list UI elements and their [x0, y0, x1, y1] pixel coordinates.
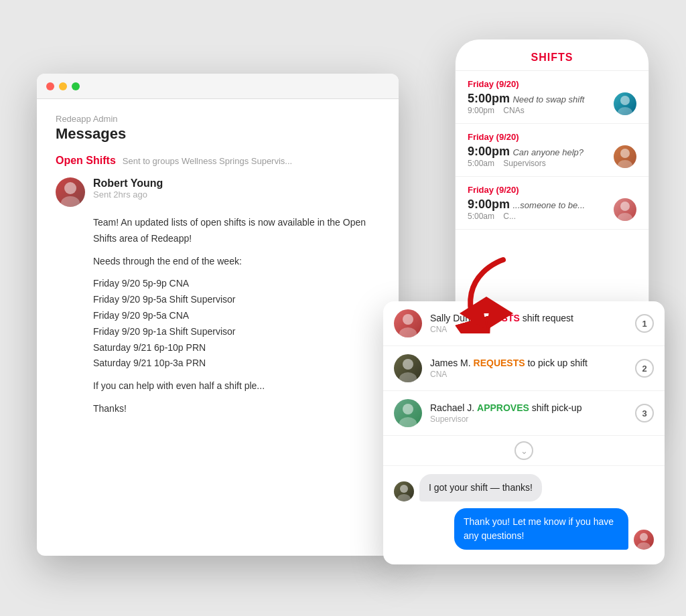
- chevron-divider: ⌄: [383, 436, 665, 466]
- step-1-action: POSTS: [488, 313, 519, 323]
- avatar-image: [394, 399, 422, 427]
- open-shifts-label[interactable]: Open Shifts: [56, 155, 116, 167]
- messages-title: Messages: [56, 125, 380, 143]
- shift-sub: 9:00pm CNAs: [468, 106, 584, 115]
- svg-point-2: [620, 96, 630, 105]
- avatar-image: [394, 354, 422, 382]
- step-2-role: CNA: [430, 370, 627, 379]
- minimize-button[interactable]: [59, 82, 67, 90]
- avatar-james: [394, 354, 422, 382]
- chat-step-list: Sally Duncan POSTS shift request CNA 1 J…: [383, 301, 665, 436]
- shift-avatar: [614, 145, 636, 168]
- shift-avatar: [614, 92, 636, 115]
- shift-note: ...someone to be...: [512, 200, 585, 210]
- avatar-sender: [394, 481, 414, 502]
- shift-item[interactable]: Friday (9/20) 5:00pm Need to swap shift …: [456, 71, 648, 124]
- sender-time: Sent 2hrs ago: [93, 189, 163, 200]
- message-line2: Needs through the end of the week:: [93, 254, 380, 270]
- avatar-image: [634, 530, 654, 550]
- chat-message-sent: Thank you! Let me know if you have any q…: [394, 508, 654, 550]
- svg-point-6: [620, 202, 630, 211]
- open-shifts-header: Open Shifts Sent to groups Wellness Spri…: [56, 155, 380, 167]
- shift-item[interactable]: Friday (9/20) 9:00pm Can anyone help? 5:…: [456, 124, 648, 177]
- chat-messages: I got your shift — thanks! Thank you! Le…: [383, 466, 665, 564]
- svg-point-13: [399, 327, 417, 337]
- svg-point-16: [403, 404, 413, 414]
- avatar-sally: [394, 309, 422, 337]
- shift-sub: 5:00am Supervisors: [468, 159, 584, 168]
- avatar-image: [394, 481, 414, 502]
- shift-note: Need to swap shift: [512, 94, 584, 104]
- phone-header: SHIFTS: [456, 40, 648, 71]
- sent-to-label: Sent to groups Wellness Springs Supervis…: [123, 156, 292, 166]
- svg-point-7: [618, 213, 632, 221]
- svg-point-20: [640, 533, 648, 541]
- step-3-text: Rachael J. APPROVES shift pick-up Superv…: [430, 402, 627, 424]
- chat-step-2[interactable]: James M. REQUESTS to pick up shift CNA 2: [383, 346, 665, 391]
- shift-item[interactable]: Friday (9/20) 9:00pm ...someone to be...…: [456, 177, 648, 230]
- message-line1: Team! An updated lists of open shifts is…: [93, 215, 380, 247]
- message-shifts: Friday 9/20 5p-9p CNA Friday 9/20 9p-5a …: [93, 276, 380, 372]
- window-titlebar: [37, 74, 399, 99]
- step-1-role: CNA: [430, 325, 627, 334]
- step-2-action: REQUESTS: [474, 358, 525, 368]
- close-button[interactable]: [46, 82, 54, 90]
- avatar-image: [394, 309, 422, 337]
- maximize-button[interactable]: [72, 82, 80, 90]
- avatar-image: [614, 145, 636, 168]
- bubble-received: I got your shift — thanks!: [419, 474, 542, 502]
- shift-sub: 5:00am C...: [468, 212, 585, 221]
- phone-title: SHIFTS: [456, 52, 648, 64]
- step-3-name: Rachael J.: [430, 402, 477, 413]
- svg-point-3: [618, 107, 632, 115]
- shift-day: Friday (9/20): [468, 79, 636, 89]
- svg-point-5: [618, 160, 632, 168]
- svg-point-18: [400, 485, 408, 493]
- desktop-window: Redeapp Admin Messages Open Shifts Sent …: [37, 74, 399, 556]
- svg-point-12: [403, 314, 413, 325]
- step-2-name: James M.: [430, 358, 474, 368]
- sender-name: Robert Young: [93, 177, 163, 189]
- chat-step-3[interactable]: Rachael J. APPROVES shift pick-up Superv…: [383, 391, 665, 436]
- message-sender-row: Robert Young Sent 2hrs ago: [56, 177, 380, 207]
- bubble-sent: Thank you! Let me know if you have any q…: [454, 508, 628, 550]
- shift-day: Friday (9/20): [468, 185, 636, 195]
- svg-point-15: [399, 372, 417, 382]
- step-2-rest: to pick up shift: [525, 358, 588, 368]
- admin-label: Redeapp Admin: [56, 114, 380, 124]
- svg-point-19: [397, 494, 411, 502]
- step-1-text: Sally Duncan POSTS shift request CNA: [430, 313, 627, 334]
- step-number-2: 2: [635, 359, 654, 378]
- avatar: [56, 177, 85, 207]
- svg-point-17: [399, 417, 417, 427]
- chat-popup: Sally Duncan POSTS shift request CNA 1 J…: [383, 301, 665, 564]
- step-number-1: 1: [635, 314, 654, 333]
- shift-day: Friday (9/20): [468, 132, 636, 142]
- svg-point-14: [403, 359, 413, 370]
- avatar-reply: [634, 530, 654, 550]
- shift-time: 9:00pm: [468, 198, 510, 211]
- chat-step-1[interactable]: Sally Duncan POSTS shift request CNA 1: [383, 301, 665, 346]
- svg-point-0: [64, 182, 76, 194]
- svg-point-21: [637, 542, 650, 550]
- message-line4: Thanks!: [93, 401, 380, 417]
- step-3-action: APPROVES: [477, 402, 529, 413]
- shift-time: 9:00pm: [468, 145, 510, 158]
- step-1-name: Sally Duncan: [430, 313, 488, 323]
- svg-point-1: [61, 196, 80, 207]
- chevron-down-icon[interactable]: ⌄: [514, 441, 533, 460]
- message-body: Team! An updated lists of open shifts is…: [93, 215, 380, 417]
- svg-point-4: [620, 149, 630, 158]
- shift-time: 5:00pm: [468, 92, 510, 105]
- step-number-3: 3: [635, 404, 654, 422]
- step-3-rest: shift pick-up: [529, 402, 582, 413]
- step-1-rest: shift request: [520, 313, 573, 323]
- message-line3: If you can help with even half a shift p…: [93, 378, 380, 394]
- shift-note: Can anyone help?: [512, 147, 584, 157]
- avatar-rachael: [394, 399, 422, 427]
- shift-avatar: [614, 198, 636, 221]
- step-2-text: James M. REQUESTS to pick up shift CNA: [430, 358, 627, 379]
- chat-message-received: I got your shift — thanks!: [394, 474, 654, 502]
- avatar-image: [56, 177, 85, 207]
- avatar-image: [614, 92, 636, 115]
